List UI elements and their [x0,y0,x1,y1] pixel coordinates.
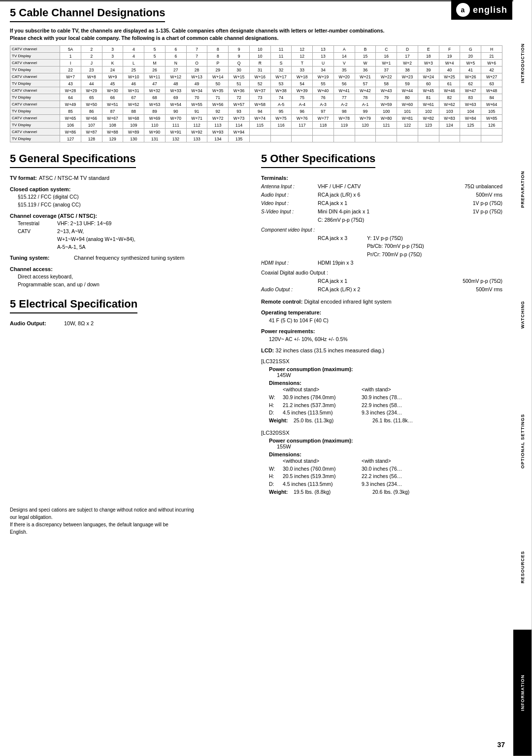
logo-text: english [473,5,507,15]
lc320-label: [LC320SSX [261,430,289,436]
component-pb: Pb/Cb: 700mV p-p (75Ω) [367,242,424,250]
table-cell: W+89 [123,129,144,136]
side-tab-optional[interactable]: OPTIONAL SETTINGS [513,378,532,504]
power-req-row: Power requirements: 120V~ AC +/- 10%, 60… [261,327,502,343]
catv-line-2: W+1~W+94 (analog W+1~W+84), [57,236,135,243]
logo-letter: a [461,6,466,14]
lc321-h-with: 22.9 inches (58… [362,402,431,410]
table-cell: W+42 [355,87,376,94]
antenna-row: Antenna Input : VHF / UHF / CATV 75Ω unb… [261,182,502,191]
table-cell: 47 [144,80,166,87]
table-cell: W+94 [229,129,250,136]
table-cell: 28 [186,67,207,73]
table-cell: 7 [186,53,207,60]
table-row-label: TV Display [10,94,60,101]
table-cell: 66 [102,94,123,101]
side-tab-introduction[interactable]: INTRODUCTION [513,0,532,126]
table-cell: 34 [313,67,334,73]
table-cell [313,136,334,142]
lc320-h-row: H: 20.5 inches (519.3mm) 22.2 inches (56… [269,473,502,481]
coaxial-label: Coaxial Digital audio Output : [261,270,328,275]
disclaimer-line4: English. [10,528,502,536]
table-cell [397,136,418,142]
table-cell: W+51 [102,101,123,108]
table-cell [439,129,460,136]
table-cell: U [313,60,334,67]
table-cell: W+15 [229,73,250,80]
table-cell: 69 [165,94,186,101]
table-cell: 51 [229,80,250,87]
lc321-label: [LC321SSX [261,358,289,364]
table-cell: 91 [186,108,207,115]
table-cell: 97 [313,108,334,115]
disclaimer-line1: Designs and speci cations are subject to… [10,506,502,514]
table-cell: W+34 [186,87,207,94]
catv-line-3: A-5~A-1, 5A [57,243,135,251]
table-cell: W+2 [397,60,418,67]
table-cell [376,129,397,136]
table-cell: 115 [249,122,270,129]
table-cell: 50 [207,80,229,87]
lc321-dims-without: <without stand> [283,386,362,394]
table-cell: W+81 [397,115,418,122]
table-cell: 134 [207,136,229,142]
table-cell: F [439,46,460,53]
table-cell: W+16 [249,73,270,80]
table-cell: A-4 [292,101,313,108]
table-cell [481,129,502,136]
table-row: TV Display434445464748495051525354555657… [10,80,502,87]
table-cell: W+1 [376,60,397,67]
table-cell [481,136,502,142]
table-cell: 104 [460,108,481,115]
lc320-weight-with: 20.6 lbs. (9.3kg) [372,488,441,496]
table-cell: W+83 [439,115,460,122]
table-cell [355,136,376,142]
table-cell: 45 [102,80,123,87]
side-tab-information[interactable]: INFORMATION [513,630,532,756]
table-cell: W+37 [249,87,270,94]
table-cell: W+4 [439,60,460,67]
component-section: Component video Input : RCA jack x 3 Y: … [261,226,502,259]
lc321-weight-without: 25.0 lbs. (11.3kg) [294,417,372,425]
table-cell: 21 [481,53,502,60]
side-tab-preparation[interactable]: PREPARATION [513,126,532,252]
lc321-dims-label: Dimensions: [269,380,502,386]
coaxial-value: RCA jack x 1 [318,277,453,285]
table-cell: G [460,46,481,53]
table-row: CATV channelW+65W+66W+67W+68W+69W+70W+71… [10,115,502,122]
table-row-label: CATV channel [10,46,60,53]
table-cell: 54 [292,80,313,87]
specs-left: 5 General Specifications TV format: ATSC… [10,152,251,496]
table-cell [418,129,439,136]
ca-line-1: Direct access keyboard, [18,273,251,281]
table-cell [355,129,376,136]
table-cell: 99 [355,108,376,115]
table-cell [270,129,292,136]
table-cell: 8 [207,46,229,53]
table-cell: 94 [249,108,270,115]
table-cell: A-5 [270,101,292,108]
table-cell: W+38 [270,87,292,94]
table-cell: W+29 [81,87,102,94]
table-cell: O [186,60,207,67]
table-cell: W+31 [123,87,144,94]
table-cell: 7 [186,46,207,53]
table-cell: W+62 [439,101,460,108]
table-row: CATV channel5A2345678910111213ABCDEFGH [10,46,502,53]
table-cell: 23 [81,67,102,73]
side-tab-watching[interactable]: WATCHING [513,252,532,378]
lc320-power-label: Power consumption (maximum): [269,438,502,444]
side-tab-resources[interactable]: RESOURCES [513,504,532,630]
table-cell: 2 [81,53,102,60]
audio-output-label: Audio Output: [10,319,64,328]
table-row: TV Display646566676869707172737475767778… [10,94,502,101]
table-cell: 18 [418,53,439,60]
table-cell: 128 [81,136,102,142]
table-cell: W+44 [397,87,418,94]
table-cell: W+3 [418,60,439,67]
table-cell: 55 [313,80,334,87]
audio-out-right: 500mV rms [453,285,502,294]
table-cell: 12 [292,46,313,53]
table-cell: 62 [460,80,481,87]
table-cell: J [81,60,102,67]
